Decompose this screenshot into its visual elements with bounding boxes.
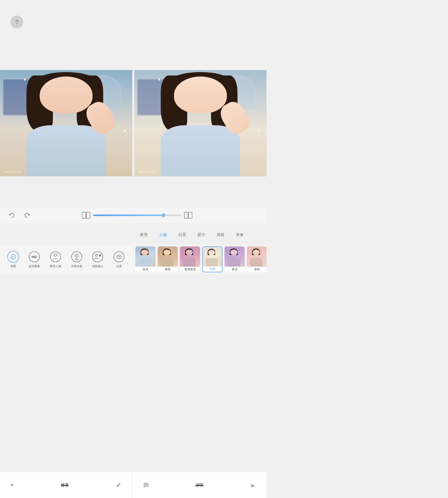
enhance-tool-remove-people-label: 消除路人 [92, 264, 103, 268]
progress-fill [93, 215, 165, 216]
filter-name-sakura: 杏桃 [247, 267, 267, 272]
enhance-tools-panel: 原图 HD 超清图像 夜景人像 [0, 245, 132, 274]
filter-strip: 蓝冰 青橙 赛博朋克 [132, 245, 267, 274]
expand-button[interactable] [249, 481, 256, 489]
filter-tab-portrait[interactable]: 人像 [157, 231, 170, 238]
svg-rect-1 [86, 212, 90, 218]
progress-thumb[interactable] [162, 213, 165, 217]
filter-thumb-ice-jelly[interactable]: 果冻 [225, 246, 245, 272]
enhance-tool-remove-shadow[interactable]: 文档去影 [71, 251, 83, 268]
filter-preview-cyberpunk [180, 246, 200, 267]
filter-name-blue-ice: 蓝冰 [135, 267, 156, 272]
filter-preview-blue-ice [135, 246, 156, 267]
toolbar-center [82, 211, 193, 220]
compare-toggle-icon [143, 481, 150, 489]
filter-thumb-sakura[interactable]: 杏桃 [247, 246, 267, 272]
question-icon: ? [15, 19, 18, 25]
filter-preview-ice-jelly [225, 246, 245, 267]
remove-people-icon [92, 251, 104, 263]
enhance-tool-original-label: 原图 [10, 264, 16, 268]
filter-preview-green-orange [158, 246, 178, 267]
svg-point-11 [72, 252, 82, 262]
filter-underline [195, 485, 203, 486]
svg-text:HD: HD [32, 255, 37, 259]
filter-tab-style[interactable]: 风格 [214, 231, 227, 238]
svg-rect-4 [188, 212, 192, 218]
enhance-tool-remove-people[interactable]: 消除路人 [92, 251, 104, 268]
svg-point-9 [50, 252, 61, 262]
compare-left-icon[interactable] [82, 211, 90, 220]
left-watermark: vivo S10 Pro [4, 170, 22, 173]
help-button[interactable]: ? [10, 16, 23, 29]
filter-name-cyberpunk: 赛博朋克 [180, 267, 200, 272]
enhance-tool-hd-label: 超清图像 [29, 264, 40, 268]
confirm-icon: ✓ [116, 481, 122, 489]
filter-tab-night[interactable]: 夜景 [137, 231, 150, 238]
enhance-tool-remove-shadow-label: 文档去影 [71, 264, 82, 268]
repair-section: 修复 [61, 482, 69, 488]
night-portrait-icon [50, 251, 61, 263]
hd-icon: HD [28, 251, 40, 263]
image-divider [132, 70, 134, 176]
cancel-button[interactable]: × [10, 482, 14, 488]
filter-thumb-milk[interactable]: 牛奶 [202, 246, 222, 272]
svg-rect-0 [82, 212, 86, 218]
dehaze-icon [113, 251, 125, 263]
filter-name-green-orange: 青橙 [158, 267, 178, 272]
right-watermark: vivo S10 Pro [138, 170, 156, 173]
svg-point-12 [75, 255, 78, 257]
expand-icon [249, 481, 256, 489]
undo-button[interactable] [8, 211, 16, 219]
filtered-photo [134, 70, 267, 176]
compare-right-icon[interactable] [184, 211, 193, 220]
toolbar [0, 208, 267, 223]
enhance-tool-night-portrait-label: 夜景人像 [50, 264, 61, 268]
filter-tab-food[interactable]: 美食 [233, 231, 246, 238]
original-photo [0, 70, 132, 176]
remove-shadow-icon [71, 251, 83, 263]
enhance-tool-dehaze-label: 去雾 [116, 264, 122, 268]
svg-point-18 [93, 252, 103, 262]
enhance-tool-hd[interactable]: HD 超清图像 [28, 251, 40, 268]
filter-preview-milk [203, 247, 222, 266]
bottom-left-section: × 修复 ✓ [0, 472, 132, 498]
original-image-panel: vivo S10 Pro [0, 70, 132, 176]
repair-underline [61, 485, 69, 486]
intensity-slider[interactable] [93, 215, 181, 216]
filter-tab-film[interactable]: 胶片 [195, 231, 208, 238]
confirm-button[interactable]: ✓ [116, 481, 122, 489]
filter-name-ice-jelly: 果冻 [225, 267, 245, 272]
redo-button[interactable] [23, 211, 31, 219]
toolbar-left [8, 211, 31, 219]
bottom-right-section: 滤镜 [132, 472, 267, 498]
enhance-tool-original[interactable]: 原图 [7, 251, 19, 268]
svg-rect-3 [184, 212, 188, 218]
compare-button[interactable] [143, 481, 150, 489]
svg-line-16 [75, 254, 75, 254]
filter-category-tabs: 夜景 人像 日系 胶片 风格 美食 [132, 228, 267, 241]
filter-thumb-green-orange[interactable]: 青橙 [158, 246, 178, 272]
enhance-tool-night-portrait[interactable]: 夜景人像 [50, 251, 61, 268]
filter-thumb-cyberpunk[interactable]: 赛博朋克 [180, 246, 200, 272]
original-icon [7, 251, 19, 263]
filter-name-milk: 牛奶 [203, 266, 222, 271]
svg-point-19 [95, 254, 97, 256]
enhance-tool-dehaze[interactable]: 去雾 [113, 251, 125, 268]
filter-thumb-blue-ice[interactable]: 蓝冰 [135, 246, 156, 272]
filter-section: 滤镜 [195, 482, 204, 488]
svg-point-10 [54, 254, 57, 256]
filtered-image-panel: vivo S10 Pro [134, 70, 267, 176]
svg-line-14 [78, 254, 79, 254]
filter-tab-japanese[interactable]: 日系 [176, 231, 189, 238]
filter-preview-sakura [247, 246, 267, 267]
cancel-icon: × [10, 482, 14, 488]
bottom-action-bar: × 修复 ✓ 滤镜 [0, 472, 267, 498]
image-comparison-area: vivo S10 Pro vivo [0, 70, 267, 176]
